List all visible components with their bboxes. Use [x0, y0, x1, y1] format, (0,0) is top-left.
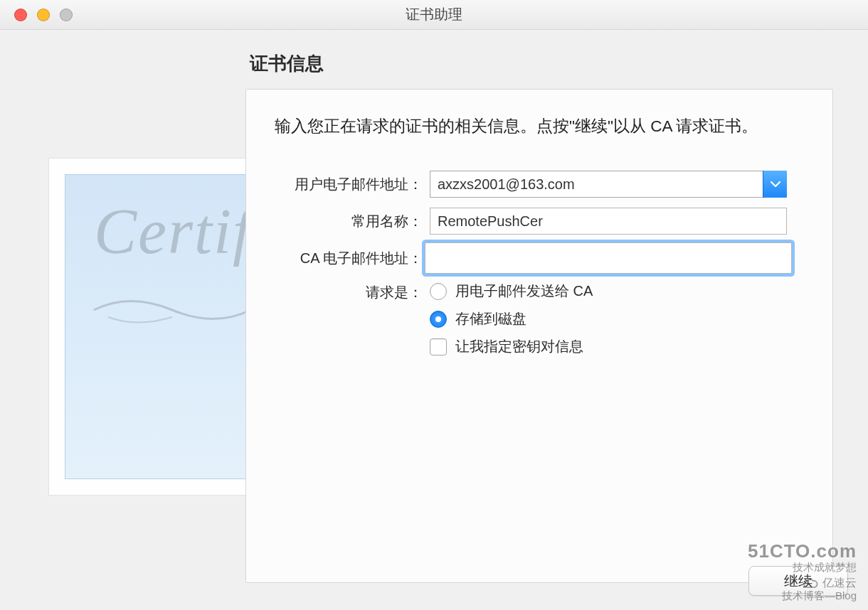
title-bar: 证书助理	[0, 0, 868, 30]
checkbox-specify-keypair[interactable]	[430, 338, 447, 355]
option-email-ca-label: 用电子邮件发送给 CA	[455, 282, 593, 301]
radio-save-disk[interactable]	[430, 311, 447, 328]
ca-email-input[interactable]	[425, 242, 792, 274]
option-save-disk-row[interactable]: 存储到磁盘	[430, 309, 804, 328]
option-specify-keypair-label: 让我指定密钥对信息	[455, 337, 583, 356]
common-name-input[interactable]: RemotePushCer	[430, 208, 787, 235]
option-save-disk-label: 存储到磁盘	[455, 309, 526, 328]
window-content: Certificate 证书信息 输入您正在请求的证书的相关信息。点按"继续"以…	[0, 30, 868, 610]
option-specify-keypair-row[interactable]: 让我指定密钥对信息	[430, 337, 804, 356]
close-window-button[interactable]	[14, 9, 27, 21]
email-value: axzxs2001@163.com	[438, 176, 575, 193]
option-email-ca-row[interactable]: 用电子邮件发送给 CA	[430, 282, 804, 301]
email-row: 用户电子邮件地址： axzxs2001@163.com	[275, 171, 804, 198]
request-label: 请求是：	[275, 282, 430, 302]
page-heading: 证书信息	[250, 51, 833, 76]
minimize-window-button[interactable]	[37, 9, 50, 21]
window-controls	[0, 9, 73, 21]
form-box: 输入您正在请求的证书的相关信息。点按"继续"以从 CA 请求证书。 用户电子邮件…	[245, 89, 833, 583]
common-name-label: 常用名称：	[275, 212, 430, 231]
email-combobox[interactable]: axzxs2001@163.com	[430, 171, 787, 198]
email-label: 用户电子邮件地址：	[275, 175, 430, 194]
main-panel: 证书信息 输入您正在请求的证书的相关信息。点按"继续"以从 CA 请求证书。 用…	[245, 51, 833, 592]
continue-button-label: 继续	[784, 572, 813, 591]
instruction-text: 输入您正在请求的证书的相关信息。点按"继续"以从 CA 请求证书。	[275, 114, 804, 139]
ca-email-row: CA 电子邮件地址：	[275, 245, 804, 272]
continue-button[interactable]: 继续	[748, 566, 848, 596]
request-row: 请求是： 用电子邮件发送给 CA 存储到磁盘 让我指定密钥对信息	[275, 282, 804, 365]
window-title: 证书助理	[0, 5, 868, 24]
request-options: 用电子邮件发送给 CA 存储到磁盘 让我指定密钥对信息	[430, 282, 804, 365]
ca-email-label: CA 电子邮件地址：	[275, 249, 430, 268]
radio-email-ca[interactable]	[430, 283, 447, 300]
common-name-value: RemotePushCer	[438, 213, 543, 230]
chevron-down-icon[interactable]	[763, 171, 787, 198]
common-name-row: 常用名称： RemotePushCer	[275, 208, 804, 235]
maximize-window-button	[60, 9, 73, 21]
